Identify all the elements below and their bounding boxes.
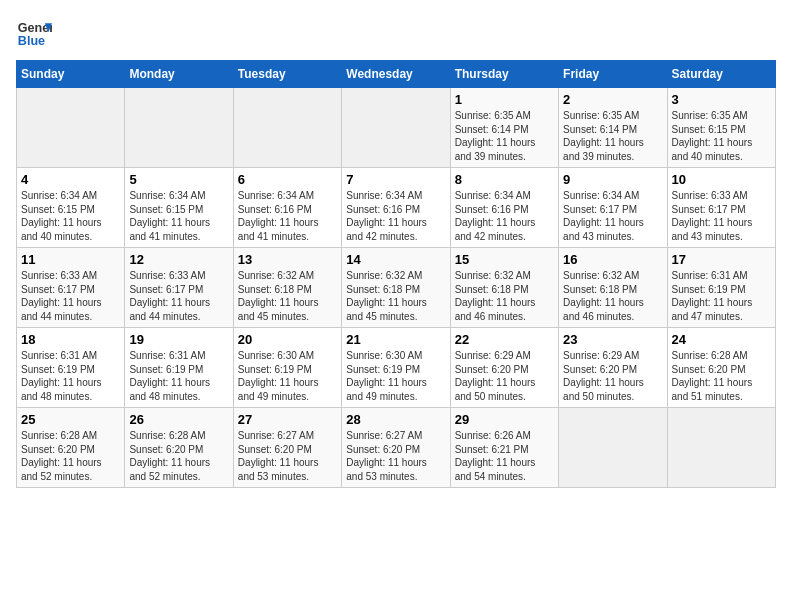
day-info: Sunrise: 6:30 AM Sunset: 6:19 PM Dayligh…	[346, 349, 445, 403]
calendar-cell: 18Sunrise: 6:31 AM Sunset: 6:19 PM Dayli…	[17, 328, 125, 408]
day-number: 26	[129, 412, 228, 427]
calendar-cell: 17Sunrise: 6:31 AM Sunset: 6:19 PM Dayli…	[667, 248, 775, 328]
calendar-cell	[667, 408, 775, 488]
calendar-cell: 8Sunrise: 6:34 AM Sunset: 6:16 PM Daylig…	[450, 168, 558, 248]
calendar-cell: 1Sunrise: 6:35 AM Sunset: 6:14 PM Daylig…	[450, 88, 558, 168]
day-number: 10	[672, 172, 771, 187]
day-number: 4	[21, 172, 120, 187]
day-number: 25	[21, 412, 120, 427]
svg-text:Blue: Blue	[18, 34, 45, 48]
day-info: Sunrise: 6:33 AM Sunset: 6:17 PM Dayligh…	[672, 189, 771, 243]
calendar-cell: 23Sunrise: 6:29 AM Sunset: 6:20 PM Dayli…	[559, 328, 667, 408]
weekday-header-thursday: Thursday	[450, 61, 558, 88]
day-number: 23	[563, 332, 662, 347]
day-info: Sunrise: 6:34 AM Sunset: 6:17 PM Dayligh…	[563, 189, 662, 243]
day-number: 24	[672, 332, 771, 347]
weekday-header-sunday: Sunday	[17, 61, 125, 88]
day-info: Sunrise: 6:27 AM Sunset: 6:20 PM Dayligh…	[346, 429, 445, 483]
day-info: Sunrise: 6:33 AM Sunset: 6:17 PM Dayligh…	[129, 269, 228, 323]
day-info: Sunrise: 6:28 AM Sunset: 6:20 PM Dayligh…	[21, 429, 120, 483]
day-number: 29	[455, 412, 554, 427]
day-info: Sunrise: 6:35 AM Sunset: 6:15 PM Dayligh…	[672, 109, 771, 163]
calendar-cell: 13Sunrise: 6:32 AM Sunset: 6:18 PM Dayli…	[233, 248, 341, 328]
day-info: Sunrise: 6:32 AM Sunset: 6:18 PM Dayligh…	[563, 269, 662, 323]
calendar-week-row: 1Sunrise: 6:35 AM Sunset: 6:14 PM Daylig…	[17, 88, 776, 168]
day-info: Sunrise: 6:31 AM Sunset: 6:19 PM Dayligh…	[21, 349, 120, 403]
day-number: 14	[346, 252, 445, 267]
calendar-cell	[125, 88, 233, 168]
weekday-header-row: SundayMondayTuesdayWednesdayThursdayFrid…	[17, 61, 776, 88]
calendar-week-row: 18Sunrise: 6:31 AM Sunset: 6:19 PM Dayli…	[17, 328, 776, 408]
day-info: Sunrise: 6:34 AM Sunset: 6:15 PM Dayligh…	[129, 189, 228, 243]
calendar-cell: 24Sunrise: 6:28 AM Sunset: 6:20 PM Dayli…	[667, 328, 775, 408]
calendar-cell: 11Sunrise: 6:33 AM Sunset: 6:17 PM Dayli…	[17, 248, 125, 328]
day-info: Sunrise: 6:29 AM Sunset: 6:20 PM Dayligh…	[455, 349, 554, 403]
calendar-cell: 25Sunrise: 6:28 AM Sunset: 6:20 PM Dayli…	[17, 408, 125, 488]
day-number: 12	[129, 252, 228, 267]
day-info: Sunrise: 6:31 AM Sunset: 6:19 PM Dayligh…	[129, 349, 228, 403]
weekday-header-wednesday: Wednesday	[342, 61, 450, 88]
calendar-cell: 29Sunrise: 6:26 AM Sunset: 6:21 PM Dayli…	[450, 408, 558, 488]
calendar-cell: 19Sunrise: 6:31 AM Sunset: 6:19 PM Dayli…	[125, 328, 233, 408]
calendar-table: SundayMondayTuesdayWednesdayThursdayFrid…	[16, 60, 776, 488]
day-info: Sunrise: 6:32 AM Sunset: 6:18 PM Dayligh…	[455, 269, 554, 323]
day-info: Sunrise: 6:26 AM Sunset: 6:21 PM Dayligh…	[455, 429, 554, 483]
day-info: Sunrise: 6:34 AM Sunset: 6:15 PM Dayligh…	[21, 189, 120, 243]
calendar-cell	[559, 408, 667, 488]
calendar-cell	[233, 88, 341, 168]
weekday-header-saturday: Saturday	[667, 61, 775, 88]
day-number: 6	[238, 172, 337, 187]
day-info: Sunrise: 6:33 AM Sunset: 6:17 PM Dayligh…	[21, 269, 120, 323]
day-info: Sunrise: 6:32 AM Sunset: 6:18 PM Dayligh…	[238, 269, 337, 323]
calendar-cell: 6Sunrise: 6:34 AM Sunset: 6:16 PM Daylig…	[233, 168, 341, 248]
calendar-cell: 27Sunrise: 6:27 AM Sunset: 6:20 PM Dayli…	[233, 408, 341, 488]
day-info: Sunrise: 6:34 AM Sunset: 6:16 PM Dayligh…	[346, 189, 445, 243]
calendar-cell: 9Sunrise: 6:34 AM Sunset: 6:17 PM Daylig…	[559, 168, 667, 248]
day-info: Sunrise: 6:30 AM Sunset: 6:19 PM Dayligh…	[238, 349, 337, 403]
calendar-week-row: 25Sunrise: 6:28 AM Sunset: 6:20 PM Dayli…	[17, 408, 776, 488]
day-number: 17	[672, 252, 771, 267]
day-number: 16	[563, 252, 662, 267]
calendar-cell: 16Sunrise: 6:32 AM Sunset: 6:18 PM Dayli…	[559, 248, 667, 328]
logo-icon: General Blue	[16, 16, 52, 52]
calendar-cell: 26Sunrise: 6:28 AM Sunset: 6:20 PM Dayli…	[125, 408, 233, 488]
calendar-cell: 5Sunrise: 6:34 AM Sunset: 6:15 PM Daylig…	[125, 168, 233, 248]
calendar-cell: 22Sunrise: 6:29 AM Sunset: 6:20 PM Dayli…	[450, 328, 558, 408]
day-number: 1	[455, 92, 554, 107]
calendar-cell	[342, 88, 450, 168]
calendar-cell: 10Sunrise: 6:33 AM Sunset: 6:17 PM Dayli…	[667, 168, 775, 248]
day-number: 3	[672, 92, 771, 107]
calendar-week-row: 4Sunrise: 6:34 AM Sunset: 6:15 PM Daylig…	[17, 168, 776, 248]
logo: General Blue	[16, 16, 52, 52]
day-number: 7	[346, 172, 445, 187]
day-info: Sunrise: 6:29 AM Sunset: 6:20 PM Dayligh…	[563, 349, 662, 403]
day-number: 13	[238, 252, 337, 267]
header: General Blue	[16, 16, 776, 52]
day-info: Sunrise: 6:35 AM Sunset: 6:14 PM Dayligh…	[455, 109, 554, 163]
day-info: Sunrise: 6:34 AM Sunset: 6:16 PM Dayligh…	[238, 189, 337, 243]
calendar-cell: 21Sunrise: 6:30 AM Sunset: 6:19 PM Dayli…	[342, 328, 450, 408]
day-number: 28	[346, 412, 445, 427]
day-number: 21	[346, 332, 445, 347]
day-number: 11	[21, 252, 120, 267]
day-number: 18	[21, 332, 120, 347]
day-info: Sunrise: 6:34 AM Sunset: 6:16 PM Dayligh…	[455, 189, 554, 243]
day-info: Sunrise: 6:32 AM Sunset: 6:18 PM Dayligh…	[346, 269, 445, 323]
day-number: 22	[455, 332, 554, 347]
day-number: 20	[238, 332, 337, 347]
calendar-cell: 28Sunrise: 6:27 AM Sunset: 6:20 PM Dayli…	[342, 408, 450, 488]
calendar-cell: 20Sunrise: 6:30 AM Sunset: 6:19 PM Dayli…	[233, 328, 341, 408]
day-info: Sunrise: 6:31 AM Sunset: 6:19 PM Dayligh…	[672, 269, 771, 323]
day-number: 27	[238, 412, 337, 427]
day-number: 15	[455, 252, 554, 267]
weekday-header-monday: Monday	[125, 61, 233, 88]
day-number: 8	[455, 172, 554, 187]
calendar-cell: 4Sunrise: 6:34 AM Sunset: 6:15 PM Daylig…	[17, 168, 125, 248]
calendar-cell: 15Sunrise: 6:32 AM Sunset: 6:18 PM Dayli…	[450, 248, 558, 328]
calendar-cell: 14Sunrise: 6:32 AM Sunset: 6:18 PM Dayli…	[342, 248, 450, 328]
calendar-week-row: 11Sunrise: 6:33 AM Sunset: 6:17 PM Dayli…	[17, 248, 776, 328]
calendar-cell: 3Sunrise: 6:35 AM Sunset: 6:15 PM Daylig…	[667, 88, 775, 168]
calendar-cell: 12Sunrise: 6:33 AM Sunset: 6:17 PM Dayli…	[125, 248, 233, 328]
day-info: Sunrise: 6:28 AM Sunset: 6:20 PM Dayligh…	[672, 349, 771, 403]
day-info: Sunrise: 6:27 AM Sunset: 6:20 PM Dayligh…	[238, 429, 337, 483]
